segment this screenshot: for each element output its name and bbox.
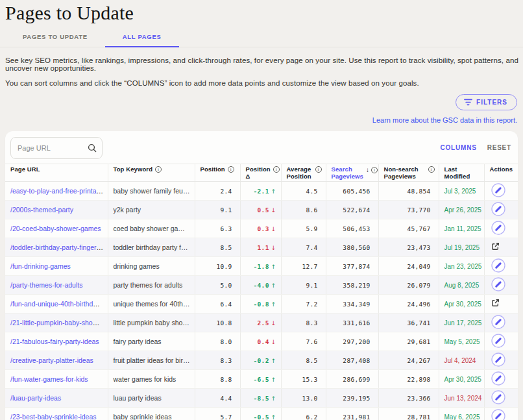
search-pageviews-cell: 358,219 xyxy=(326,276,378,295)
page-url-link[interactable]: /20-coed-baby-shower-games xyxy=(10,225,101,232)
filters-button[interactable]: FILTERS xyxy=(456,94,517,110)
last-modified-cell: Aug 8, 2025 xyxy=(439,276,484,295)
column-header-page-url[interactable]: Page URL xyxy=(5,164,108,182)
page-url-link[interactable]: /party-themes-for-adults xyxy=(10,281,82,289)
page-url-link[interactable]: /creative-party-platter-ideas xyxy=(10,356,93,364)
page-url-search-input[interactable] xyxy=(10,137,103,159)
table-row: /20-coed-baby-shower-gamescoed baby show… xyxy=(5,219,518,238)
info-icon[interactable]: i xyxy=(428,166,435,173)
filter-icon xyxy=(464,99,472,106)
search-pageviews-cell: 334,349 xyxy=(326,295,378,314)
average-position-cell: 6.2 xyxy=(281,408,326,420)
page-url-link[interactable]: /easy-to-play-and-free-printable-bab… xyxy=(10,187,108,195)
column-header-search-pageviews[interactable]: Search Pageviews↓i xyxy=(326,164,378,182)
search-pageviews-cell: 287,408 xyxy=(326,351,378,370)
position-delta-cell: 0.5↓ xyxy=(240,201,281,219)
info-icon[interactable]: i xyxy=(155,166,162,173)
position-cell: 5.0 xyxy=(195,276,240,295)
delta-value: 0.5 xyxy=(258,206,269,214)
edit-button[interactable] xyxy=(491,352,505,369)
column-header-non-search-pageviews[interactable]: Non-search Pageviewsi xyxy=(378,164,439,182)
table-row: /fun-and-unique-40th-birthday-party…uniq… xyxy=(5,295,518,314)
info-icon[interactable]: i xyxy=(273,166,280,173)
nonsearch-pageviews-cell: 23,366 xyxy=(378,389,439,408)
average-position-cell: 8.5 xyxy=(281,351,326,370)
column-label: Page URL xyxy=(10,166,40,173)
edit-button[interactable] xyxy=(491,221,505,237)
column-header-average-position[interactable]: Average Positioni xyxy=(281,164,326,182)
pencil-icon xyxy=(491,334,505,350)
info-icon[interactable]: i xyxy=(371,167,378,173)
delta-value: -0.2 xyxy=(254,357,269,364)
delta-value: -4.0 xyxy=(254,282,269,289)
column-label: Last Modified xyxy=(444,166,480,180)
edit-button[interactable] xyxy=(491,258,505,275)
table-row: /23-best-baby-sprinkle-ideasbaby sprinkl… xyxy=(5,408,518,420)
all-pages-table-card: COLUMNS RESET Page URLTop KeywordiPositi… xyxy=(5,131,518,420)
column-label: Search Pageviews xyxy=(332,166,363,180)
search-pageviews-cell: 380,560 xyxy=(326,238,378,257)
pencil-icon xyxy=(491,390,505,406)
last-modified-cell: Jul 19, 2025 xyxy=(439,238,484,257)
edit-button[interactable] xyxy=(491,334,505,350)
page-url-link[interactable]: /luau-party-ideas xyxy=(10,394,61,402)
search-pageviews-cell: 239,195 xyxy=(326,389,378,408)
tab-pages-to-update[interactable]: PAGES TO UPDATE xyxy=(5,32,105,47)
page-url-link[interactable]: /2000s-themed-party xyxy=(10,206,73,214)
table-header: Page URLTop KeywordiPositioniPosition Δi… xyxy=(5,164,518,182)
delta-value: 0.3 xyxy=(258,225,269,232)
column-label: Position Δ xyxy=(246,166,271,180)
top-keyword-cell: coed baby shower games xyxy=(108,219,195,238)
average-position-cell: 15.3 xyxy=(281,370,326,389)
learn-more-link[interactable]: Learn more about the GSC data in this re… xyxy=(372,116,517,124)
columns-button[interactable]: COLUMNS xyxy=(441,144,477,151)
page-url-cell: /fun-water-games-for-kids xyxy=(5,370,108,389)
actions-cell xyxy=(484,257,518,276)
position-cell: 9.1 xyxy=(195,201,240,219)
page-url-link[interactable]: /fun-and-unique-40th-birthday-party… xyxy=(10,300,108,308)
edit-button[interactable] xyxy=(491,183,505,199)
edit-button[interactable] xyxy=(491,409,505,420)
edit-button[interactable] xyxy=(491,277,505,293)
page-url-link[interactable]: /23-best-baby-sprinkle-ideas xyxy=(10,413,96,420)
column-label: Actions xyxy=(490,166,513,173)
table-row: /luau-party-ideasluau party ideas4.4-8.5… xyxy=(5,389,518,408)
arrow-up-icon: ↑ xyxy=(271,188,276,195)
reset-button[interactable]: RESET xyxy=(487,144,511,151)
page-url-cell: /2000s-themed-party xyxy=(5,201,108,219)
pencil-icon xyxy=(491,371,505,388)
column-header-position[interactable]: Position Δi xyxy=(240,164,281,182)
delta-value: 1.1 xyxy=(258,244,269,251)
toolbar-actions: COLUMNS RESET xyxy=(441,144,512,151)
page-url-link[interactable]: /fun-water-games-for-kids xyxy=(10,375,88,383)
top-keyword-cell: fruit platter ideas for birthday pa… xyxy=(108,351,195,370)
page-url-link[interactable]: /21-little-pumpkin-baby-shower-ideas xyxy=(10,319,108,327)
search-pageviews-cell: 506,453 xyxy=(326,219,378,238)
edit-button[interactable] xyxy=(491,390,505,406)
average-position-cell: 13.0 xyxy=(281,389,326,408)
open-page-button[interactable] xyxy=(491,299,500,309)
edit-button[interactable] xyxy=(491,315,505,331)
arrow-down-icon: ↓ xyxy=(271,320,276,327)
page-url-link[interactable]: /21-fabulous-fairy-party-ideas xyxy=(10,338,99,345)
nonsearch-pageviews-cell: 24,049 xyxy=(378,257,439,276)
edit-button[interactable] xyxy=(491,371,505,388)
page-url-link[interactable]: /toddler-birthday-party-finger-foods xyxy=(10,243,108,251)
nonsearch-pageviews-cell: 24,496 xyxy=(378,295,439,314)
column-header-position[interactable]: Positioni xyxy=(195,164,240,182)
open-page-button[interactable] xyxy=(491,242,500,253)
average-position-cell: 4.5 xyxy=(281,182,326,201)
page-url-cell: /toddler-birthday-party-finger-foods xyxy=(5,238,108,257)
info-icon[interactable]: i xyxy=(315,166,322,173)
tab-all-pages[interactable]: ALL PAGES xyxy=(105,32,179,47)
edit-button[interactable] xyxy=(491,202,505,218)
info-icon[interactable]: i xyxy=(228,166,234,173)
page-url-link[interactable]: /fun-drinking-games xyxy=(10,262,71,270)
filters-button-label: FILTERS xyxy=(476,99,507,106)
column-header-top-keyword[interactable]: Top Keywordi xyxy=(108,164,195,182)
last-modified-cell: Jun 13, 2024 xyxy=(439,389,484,408)
sort-desc-icon[interactable]: ↓ xyxy=(366,166,369,174)
column-header-actions[interactable]: Actions xyxy=(484,164,518,182)
actions-cell xyxy=(484,276,518,295)
column-header-last-modified[interactable]: Last Modified xyxy=(439,164,484,182)
